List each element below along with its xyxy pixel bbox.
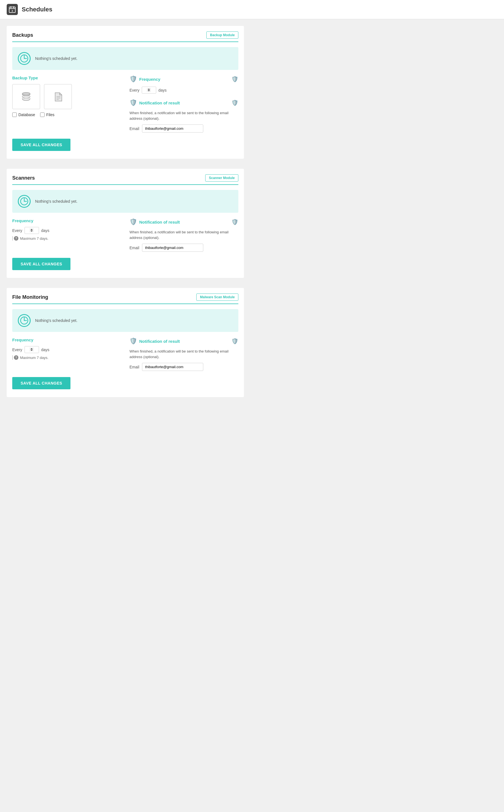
scanners-nothing-scheduled: Nothing's scheduled yet. xyxy=(12,190,238,213)
backups-save-button[interactable]: SAVE ALL CHANGES xyxy=(12,139,70,151)
scanners-email-row: Email xyxy=(129,244,238,252)
shield-icon-notif-right: 🛡️ xyxy=(231,99,238,106)
page-header: 3 Schedules xyxy=(0,0,504,19)
shield-icon-right: 🛡️ xyxy=(231,76,238,82)
scanners-left-col: Frequency Every days ? Maximum 7 days. xyxy=(12,218,121,252)
file-monitoring-email-label: Email xyxy=(129,365,139,369)
backups-section: Backups Backup Module Nothing's schedule… xyxy=(7,26,244,159)
backups-email-input[interactable] xyxy=(142,124,203,133)
scanners-frequency-row: Every days xyxy=(12,227,121,234)
backups-notification-block: 🛡️ Notification of result 🛡️ When finish… xyxy=(129,99,238,133)
backups-email-label: Email xyxy=(129,126,139,131)
malware-scan-module-button[interactable]: Malware Scan Module xyxy=(196,294,238,301)
scanners-frequency-label-text: Frequency xyxy=(12,218,121,223)
backups-title: Backups xyxy=(12,32,33,38)
svg-text:3: 3 xyxy=(11,9,13,12)
file-monitoring-every-label: Every xyxy=(12,348,22,352)
clock-icon-file-monitoring xyxy=(18,314,31,327)
backups-nothing-text: Nothing's scheduled yet. xyxy=(35,56,77,61)
backup-type-cards xyxy=(12,84,121,109)
file-monitoring-frequency-row: Every days xyxy=(12,346,121,353)
app-icon: 3 xyxy=(7,4,18,15)
backups-section-header: Backups Backup Module xyxy=(12,31,238,42)
file-monitoring-notification-label: 🛡️ Notification of result 🛡️ xyxy=(129,337,238,345)
backups-email-row: Email xyxy=(129,124,238,133)
svg-point-5 xyxy=(21,55,28,62)
file-monitoring-section-header: File Monitoring Malware Scan Module xyxy=(12,294,238,304)
shield-icon-scanners-notif: 🛡️ xyxy=(129,218,137,226)
backup-type-label: Backup Type xyxy=(12,75,121,80)
file-monitoring-frequency-input[interactable] xyxy=(25,346,39,353)
backups-nothing-scheduled: Nothing's scheduled yet. xyxy=(12,47,238,70)
scanners-max-note-text: Maximum 7 days. xyxy=(20,236,48,241)
scanners-email-input[interactable] xyxy=(142,244,203,252)
file-monitoring-form-grid: Frequency Every days ? Maximum 7 days. xyxy=(12,337,238,371)
file-monitoring-save-button[interactable]: SAVE ALL CHANGES xyxy=(12,377,70,389)
scanners-title: Scanners xyxy=(12,175,35,181)
help-icon-file-monitoring: ? xyxy=(14,355,18,360)
page-title: Schedules xyxy=(22,6,52,13)
file-monitoring-section: File Monitoring Malware Scan Module Noth… xyxy=(7,288,244,397)
svg-point-16 xyxy=(21,317,28,324)
backups-notification-desc: When finished, a notification will be se… xyxy=(129,110,238,121)
scanner-module-button[interactable]: Scanner Module xyxy=(205,174,238,182)
checkbox-database[interactable]: Database xyxy=(12,112,35,117)
file-monitoring-nothing-scheduled: Nothing's scheduled yet. xyxy=(12,309,238,332)
scanners-section-header: Scanners Scanner Module xyxy=(12,174,238,185)
scanners-frequency-input-wrap[interactable] xyxy=(25,227,39,234)
backups-frequency-input[interactable] xyxy=(142,87,156,94)
svg-point-13 xyxy=(21,198,28,205)
backups-right-col: 🛡️ Frequency 🛡️ Every days 🛡️ Notificati… xyxy=(129,75,238,133)
scanners-right-col: 🛡️ Notification of result 🛡️ When finish… xyxy=(129,218,238,252)
backups-frequency-row: Every days xyxy=(129,87,238,94)
shield-icon-fm-right: 🛡️ xyxy=(231,338,238,344)
scanners-notification-desc: When finished, a notification will be se… xyxy=(129,229,238,240)
backups-frequency-input-wrap[interactable] xyxy=(142,87,156,94)
backup-card-files[interactable] xyxy=(44,84,72,109)
scanners-email-label: Email xyxy=(129,246,139,250)
shield-icon-frequency: 🛡️ xyxy=(129,75,137,83)
svg-point-9 xyxy=(22,92,30,95)
file-monitoring-days-label: days xyxy=(41,348,50,352)
backups-notification-label: 🛡️ Notification of result 🛡️ xyxy=(129,99,238,106)
shield-icon-notification: 🛡️ xyxy=(129,99,137,106)
file-monitoring-left-col: Frequency Every days ? Maximum 7 days. xyxy=(12,337,121,371)
file-monitoring-email-row: Email xyxy=(129,363,238,371)
scanners-frequency-input[interactable] xyxy=(25,227,39,234)
backup-module-button[interactable]: Backup Module xyxy=(206,31,238,39)
file-monitoring-notification-desc: When finished, a notification will be se… xyxy=(129,349,238,359)
file-monitoring-title: File Monitoring xyxy=(12,294,48,300)
file-monitoring-max-note-text: Maximum 7 days. xyxy=(20,356,48,360)
scanners-nothing-text: Nothing's scheduled yet. xyxy=(35,199,77,204)
file-monitoring-nothing-text: Nothing's scheduled yet. xyxy=(35,318,77,323)
shield-icon-fm-notif: 🛡️ xyxy=(129,337,137,345)
backups-days-label: days xyxy=(158,88,167,92)
scanners-every-label: Every xyxy=(12,228,22,233)
checkbox-database-input[interactable] xyxy=(12,112,17,117)
file-monitoring-email-input[interactable] xyxy=(142,363,203,371)
clock-icon-backups xyxy=(18,52,31,65)
scanners-save-button[interactable]: SAVE ALL CHANGES xyxy=(12,258,70,270)
backup-type-checkboxes: Database Files xyxy=(12,112,121,117)
shield-icon-scanners-right: 🛡️ xyxy=(231,219,238,225)
backups-form-grid: Backup Type xyxy=(12,75,238,133)
help-icon-scanners: ? xyxy=(14,236,18,241)
scanners-max-note: ? Maximum 7 days. xyxy=(12,236,121,241)
file-monitoring-right-col: 🛡️ Notification of result 🛡️ When finish… xyxy=(129,337,238,371)
checkbox-files-input[interactable] xyxy=(40,112,45,117)
backup-card-database[interactable] xyxy=(12,84,40,109)
file-monitoring-max-note: ? Maximum 7 days. xyxy=(12,355,121,360)
main-content: Backups Backup Module Nothing's schedule… xyxy=(0,19,251,414)
scanners-days-label: days xyxy=(41,228,50,233)
backups-frequency-label: 🛡️ Frequency 🛡️ xyxy=(129,75,238,83)
scanners-notification-label: 🛡️ Notification of result 🛡️ xyxy=(129,218,238,226)
backup-type-col: Backup Type xyxy=(12,75,121,133)
file-monitoring-frequency-label-text: Frequency xyxy=(12,337,121,342)
file-monitoring-frequency-input-wrap[interactable] xyxy=(25,346,39,353)
checkbox-files[interactable]: Files xyxy=(40,112,55,117)
scanners-section: Scanners Scanner Module Nothing's schedu… xyxy=(7,169,244,278)
backups-every-label: Every xyxy=(129,88,140,92)
clock-icon-scanners xyxy=(18,195,31,208)
scanners-form-grid: Frequency Every days ? Maximum 7 days. xyxy=(12,218,238,252)
